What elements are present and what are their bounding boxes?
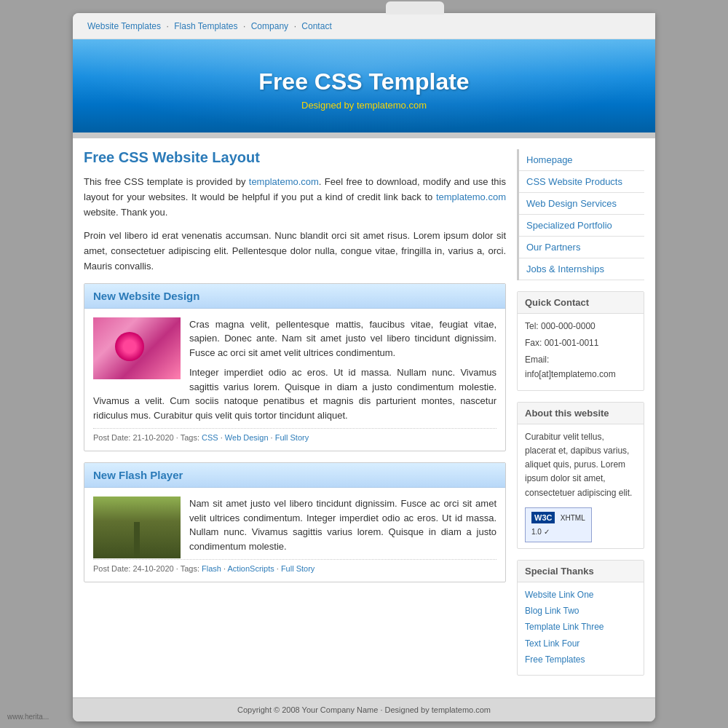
- article-header-2: New Flash Player: [84, 463, 505, 488]
- article-2-tag-fullstory[interactable]: Full Story: [281, 564, 314, 573]
- thanks-link-2[interactable]: Blog Link Two: [525, 604, 636, 618]
- nav-link-contact[interactable]: Contact: [301, 21, 331, 31]
- contact-email: Email: info[at]templatemo.com: [525, 353, 636, 381]
- intro-paragraph-2: Proin vel libero id erat venenatis accum…: [84, 229, 506, 274]
- article-title-1: New Website Design: [93, 290, 496, 302]
- intro-link-2[interactable]: templatemo.com: [436, 191, 506, 202]
- thanks-link-5[interactable]: Free Templates: [525, 653, 636, 667]
- article-2-meta: Post Date: 24-10-2020 · Tags: Flash · Ac…: [93, 559, 496, 573]
- sidebar-quick-contact: Quick Contact Tel: 000-000-0000 Fax: 001…: [517, 291, 644, 391]
- contact-fax: Fax: 001-001-0011: [525, 336, 636, 350]
- thanks-link-3[interactable]: Template Link Three: [525, 620, 636, 634]
- nav-separator-1: ·: [167, 21, 172, 31]
- article-1-tag-webdesign[interactable]: Web Design: [225, 433, 269, 442]
- site-title: Free CSS Template: [87, 68, 641, 95]
- tab-top: [386, 1, 444, 15]
- nav-link-flash-templates[interactable]: Flash Templates: [174, 21, 237, 31]
- article-body-2: Nam sit amet justo vel libero tincidunt …: [84, 488, 505, 582]
- article-header-1: New Website Design: [84, 284, 505, 309]
- article-2-tag-actionscripts[interactable]: ActionScripts: [228, 564, 274, 573]
- article-1-date: Post Date: 21-10-2020: [93, 433, 174, 442]
- nav-link-company[interactable]: Company: [251, 21, 288, 31]
- article-2-date: Post Date: 24-10-2020: [93, 564, 174, 573]
- about-title: About this website: [518, 403, 644, 424]
- intro-link-1[interactable]: templatemo.com: [249, 176, 319, 187]
- quick-contact-content: Tel: 000-000-0000 Fax: 001-001-0011 Emai…: [518, 314, 644, 390]
- separator: [73, 132, 655, 138]
- article-1-meta: Post Date: 21-10-2020 · Tags: CSS · Web …: [93, 428, 496, 442]
- special-thanks-title: Special Thanks: [518, 561, 644, 582]
- top-nav: Website Templates · Flash Templates · Co…: [73, 13, 655, 39]
- nav-link-website-templates[interactable]: Website Templates: [87, 21, 161, 31]
- sidebar: Homepage CSS Website Products Web Design…: [517, 149, 644, 687]
- sidebar-nav: Homepage CSS Website Products Web Design…: [517, 149, 644, 280]
- special-thanks-content: Website Link One Blog Link Two Template …: [518, 582, 644, 675]
- article-flash-player: New Flash Player Nam sit amet justo vel …: [84, 462, 506, 582]
- outer-wrapper: Website Templates · Flash Templates · Co…: [73, 0, 655, 721]
- main-container: Website Templates · Flash Templates · Co…: [73, 13, 655, 721]
- article-1-tag-fullstory[interactable]: Full Story: [275, 433, 309, 442]
- footer: Copyright © 2008 Your Company Name · Des…: [73, 697, 655, 721]
- sidebar-item-portfolio[interactable]: Specialized Portfolio: [519, 215, 644, 237]
- sidebar-item-css-products[interactable]: CSS Website Products: [519, 171, 644, 193]
- article-image-1: [93, 317, 181, 379]
- sidebar-special-thanks: Special Thanks Website Link One Blog Lin…: [517, 560, 644, 676]
- article-body-1: Cras magna velit, pellentesque mattis, f…: [84, 309, 505, 451]
- page-heading: Free CSS Website Layout: [84, 149, 506, 166]
- w3c-label: W3C: [531, 512, 555, 523]
- intro-text-end: website. Thank you.: [84, 207, 167, 218]
- nav-separator-3: ·: [294, 21, 299, 31]
- flower-image: [93, 317, 181, 379]
- thanks-link-4[interactable]: Text Link Four: [525, 637, 636, 651]
- intro-text-before: This free CSS template is provided by: [84, 176, 249, 187]
- article-image-2: [93, 496, 181, 558]
- plant-image: [93, 496, 181, 558]
- footer-text: Copyright © 2008 Your Company Name · Des…: [237, 705, 491, 714]
- contact-tel: Tel: 000-000-0000: [525, 320, 636, 333]
- sidebar-item-homepage[interactable]: Homepage: [519, 149, 644, 171]
- site-subtitle: Designed by templatemo.com: [87, 100, 641, 111]
- thanks-link-1[interactable]: Website Link One: [525, 588, 636, 602]
- article-title-2: New Flash Player: [93, 469, 496, 481]
- main-content: Free CSS Website Layout This free CSS te…: [84, 149, 506, 687]
- header-banner: Free CSS Template Designed by templatemo…: [73, 39, 655, 132]
- sidebar-item-web-design[interactable]: Web Design Services: [519, 193, 644, 215]
- article-2-tags-label: Tags:: [181, 564, 199, 573]
- sidebar-about: About this website Curabitur velit tellu…: [517, 402, 644, 549]
- article-2-tag-flash[interactable]: Flash: [202, 564, 221, 573]
- intro-paragraph-1: This free CSS template is provided by te…: [84, 175, 506, 220]
- sidebar-item-partners[interactable]: Our Partners: [519, 237, 644, 258]
- content-layout: Free CSS Website Layout This free CSS te…: [73, 138, 655, 697]
- about-content: Curabitur velit tellus, placerat et, dap…: [518, 424, 644, 548]
- nav-separator-2: ·: [243, 21, 248, 31]
- about-text: Curabitur velit tellus, placerat et, dap…: [525, 430, 636, 500]
- article-1-tag-css[interactable]: CSS: [202, 433, 218, 442]
- quick-contact-title: Quick Contact: [518, 292, 644, 314]
- w3c-badge: W3C XHTML1.0 ✓: [525, 507, 592, 542]
- watermark: www.herita...: [7, 713, 49, 721]
- sidebar-item-jobs[interactable]: Jobs & Internships: [519, 258, 644, 280]
- article-1-tags-label: Tags:: [181, 433, 199, 442]
- article-website-design: New Website Design Cras magna velit, pel…: [84, 283, 506, 452]
